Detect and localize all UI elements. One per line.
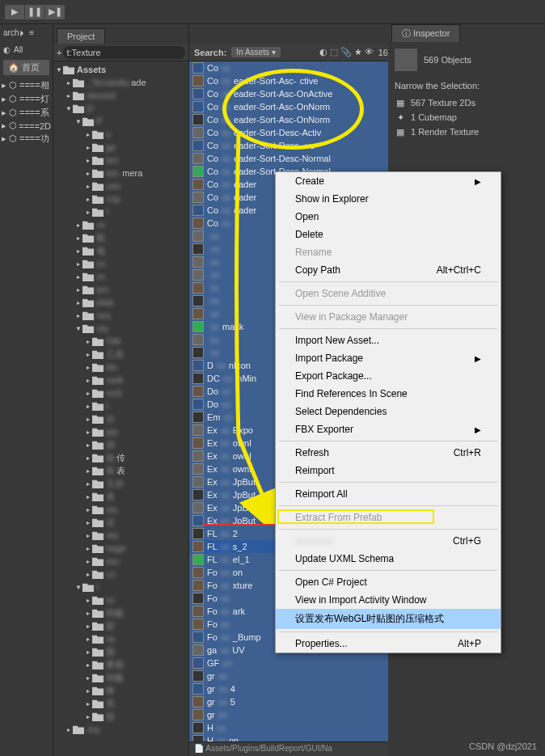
project-search-input[interactable]	[63, 46, 185, 59]
search-result-item[interactable]: Coxxeader-Sort-Asc-OnNorm	[189, 113, 388, 126]
tree-item[interactable]: ▸o	[53, 128, 188, 141]
add-button[interactable]: +	[57, 48, 61, 57]
search-result-item[interactable]: Hxxon	[189, 734, 388, 741]
narrow-item[interactable]: ▦1 Render Texture	[395, 125, 539, 139]
tree-item[interactable]: ▸xx	[53, 270, 188, 283]
tree-item[interactable]: ▸efab	[53, 296, 188, 309]
tree-item[interactable]: ▸具	[53, 490, 188, 503]
menu-item[interactable]: Delete	[276, 226, 501, 243]
menu-item[interactable]: Export Package...	[276, 367, 501, 385]
pause-button[interactable]: ❚❚	[25, 5, 44, 19]
search-result-item[interactable]: Coxx	[189, 61, 388, 74]
menu-item[interactable]: RefreshCtrl+R	[276, 444, 501, 462]
tree-item[interactable]: ▸训	[53, 438, 188, 451]
search-result-item[interactable]: Coxxeader-Sort-Desc-ve	[189, 139, 388, 152]
tree-item[interactable]: ▸ots	[53, 503, 188, 516]
menu-item[interactable]: Reimport	[276, 462, 501, 479]
hierarchy-item[interactable]: ▸⬡====相	[0, 78, 53, 92]
search-result-item[interactable]: Hxx	[189, 721, 388, 734]
menu-item[interactable]: xxxxxxxxCtrl+G	[276, 532, 501, 550]
tree-item[interactable]: ▸立步	[53, 477, 188, 490]
tree-item[interactable]: ▸xx	[53, 257, 188, 270]
tree-item[interactable]: ▸I	[53, 399, 188, 412]
tree-item[interactable]: ▸owA	[53, 374, 188, 386]
step-button[interactable]: ▶❚	[45, 5, 65, 19]
menu-item[interactable]: Update UXML Schema	[276, 550, 501, 568]
menu-item[interactable]: Import Package▶	[276, 349, 501, 367]
hierarchy-item[interactable]: ▸⬡====灯	[0, 92, 53, 106]
menu-item[interactable]: Reimport All	[276, 485, 501, 503]
menu-item[interactable]: Open C# Project	[276, 573, 501, 591]
menu-item[interactable]: FBX Exporter▶	[276, 420, 501, 438]
tree-item[interactable]: ▼D	[53, 102, 188, 115]
tree-item[interactable]: ▸间板	[53, 606, 188, 619]
tree-item[interactable]: ▸权	[53, 231, 188, 244]
tree-item[interactable]: ▸cen	[53, 179, 188, 192]
tree-item[interactable]: ▼I	[53, 581, 188, 593]
tree-item[interactable]: ▸xx	[53, 218, 188, 231]
tree-item[interactable]: ▸crip	[53, 192, 188, 205]
search-result-item[interactable]: grxx4	[189, 682, 388, 695]
menu-item[interactable]: Properties...Alt+P	[276, 635, 501, 653]
tree-item[interactable]: ▸OM	[53, 335, 188, 348]
tree-item[interactable]: ▸xx	[53, 632, 188, 645]
menu-item[interactable]: View in Import Activity Window	[276, 591, 501, 609]
play-button[interactable]: ▶	[5, 5, 24, 19]
tree-item[interactable]: ▸devotid	[53, 89, 188, 102]
tree-item[interactable]: ▸cri	[53, 568, 188, 581]
hierarchy-item[interactable]: ▸⬡====2D	[0, 120, 53, 132]
tree-item[interactable]: ▸分	[53, 412, 188, 425]
tree-item[interactable]: ▸间版	[53, 671, 188, 684]
search-result-item[interactable]: Coxxeader-Sort-Desc-Normal	[189, 152, 388, 165]
tree-item[interactable]: ▸lito	[53, 361, 188, 374]
tree-item[interactable]: ▸nts	[53, 529, 188, 542]
menu-item[interactable]: Copy PathAlt+Ctrl+C	[276, 261, 501, 279]
tree-item[interactable]: ▸teri	[53, 154, 188, 167]
assets-root[interactable]: ▼Assets	[53, 63, 188, 76]
narrow-item[interactable]: ▦567 Texture 2Ds	[395, 95, 539, 110]
tree-item[interactable]: ▸面	[53, 645, 188, 658]
menu-item[interactable]: Find References In Scene	[276, 385, 501, 403]
search-result-item[interactable]: Coxxeader-Sort-Asc-OnActive	[189, 87, 388, 100]
tree-item[interactable]: ▸pts	[53, 425, 188, 438]
inspector-tab[interactable]: ⓘ Inspector	[391, 24, 460, 42]
home-tab[interactable]: 🏠 首页	[3, 60, 49, 75]
tree-item[interactable]: ▸和表	[53, 464, 188, 477]
tree-item[interactable]: ▸xx	[53, 593, 188, 606]
menu-item[interactable]: 设置发布WebGL时贴图的压缩格式	[276, 609, 501, 629]
tree-item[interactable]: ▸noS	[53, 386, 188, 399]
tree-item[interactable]: ▸esc	[53, 555, 188, 568]
tree-item[interactable]: ▸I	[53, 205, 188, 218]
tree-item[interactable]: ▸距	[53, 619, 188, 632]
search-result-item[interactable]: Coxxeader-Sort-Desc-Activ	[189, 126, 388, 139]
tree-item[interactable]: ▸地	[53, 244, 188, 257]
tree-item[interactable]: ▸ge	[53, 141, 188, 154]
tree-item[interactable]: ▸teri	[53, 283, 188, 296]
tree-item[interactable]: ▸_TerrainAuade	[53, 76, 188, 89]
tree-item[interactable]: ▸Jxy	[53, 723, 188, 736]
narrow-item[interactable]: ✦1 Cubemap	[395, 110, 539, 125]
tree-item[interactable]: ▸ext-mera	[53, 167, 188, 179]
search-result-item[interactable]: grxx	[189, 708, 388, 721]
search-result-item[interactable]: grxx5	[189, 695, 388, 708]
tree-item[interactable]: ▸容	[53, 710, 188, 723]
menu-item[interactable]: Import New Asset...	[276, 332, 501, 349]
menu-item[interactable]: Select Dependencies	[276, 403, 501, 420]
tree-item[interactable]: ▼ots	[53, 322, 188, 335]
tree-item[interactable]: ▸nes	[53, 309, 188, 322]
tree-item[interactable]: ▸nage	[53, 542, 188, 555]
tree-item[interactable]: ▸份传	[53, 451, 188, 464]
tree-item[interactable]: ▸页	[53, 697, 188, 710]
menu-item[interactable]: Show in Explorer	[276, 190, 501, 208]
tree-item[interactable]: ▸终	[53, 684, 188, 697]
project-tab[interactable]: Project	[57, 28, 105, 44]
tree-item[interactable]: ▼P	[53, 115, 188, 128]
search-scope-dropdown[interactable]: In Assets ▾	[231, 47, 280, 57]
search-result-item[interactable]: Coxxeader-Sort-Asc-OnNorm	[189, 100, 388, 113]
menu-item[interactable]: Create▶	[276, 172, 501, 190]
tree-item[interactable]: ▸工具	[53, 348, 188, 361]
tree-item[interactable]: ▸界面	[53, 658, 188, 671]
search-result-item[interactable]: grxx	[189, 669, 388, 682]
search-result-item[interactable]: GFxx	[189, 657, 388, 669]
hierarchy-item[interactable]: ▸⬡====功	[0, 132, 53, 146]
